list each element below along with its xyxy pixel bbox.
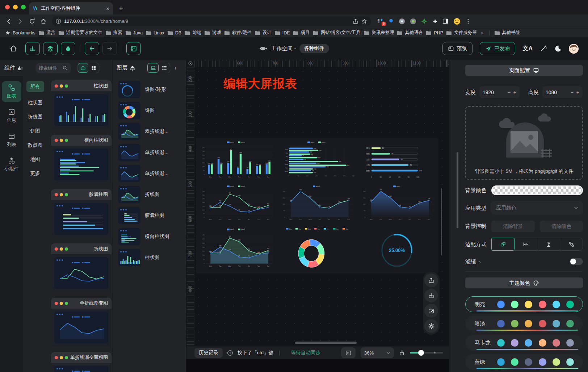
layer-item[interactable]: 双折线渐... [117,122,183,141]
share-icon[interactable] [353,18,358,24]
layer-item[interactable]: 柱状图 [117,248,183,267]
category-饼图[interactable]: 饼图 [30,128,40,134]
dashboard-title-text[interactable]: 编辑大屏报表 [223,76,297,92]
layer-item[interactable]: 折线图 [117,185,183,204]
back-button[interactable] [4,16,14,26]
bookmark-star-icon[interactable] [361,18,367,24]
bookmark-folder[interactable]: 前端 [184,30,201,36]
bookmark-folder[interactable]: 运营 [38,30,55,36]
settings-gear-icon[interactable] [424,319,438,333]
bookmark-folder[interactable]: Java [125,30,143,35]
extension-balloon-icon[interactable] [388,18,394,24]
search-input[interactable] [39,66,61,71]
height-plus-button[interactable]: + [576,89,579,95]
components-toggle-button[interactable] [25,42,40,55]
bookmark-folder[interactable]: 设计 [255,30,272,36]
layer-item[interactable]: 单折线渐... [117,164,183,183]
sidebar-panel-icon[interactable] [442,18,449,24]
bookmark-folder[interactable]: 项目 [293,30,310,36]
height-stepper[interactable]: 1080 −+ [542,86,583,98]
component-card[interactable]: 折线图 [51,243,112,293]
close-window-icon[interactable] [5,5,10,9]
dashboard-chart[interactable]: data1data2050100150200250300350MonTueWed… [196,226,277,273]
config-scrollbar[interactable] [457,152,458,228]
download-button[interactable] [424,289,438,302]
workspace-name-pill[interactable]: 各种组件 [299,44,329,53]
theme-row-马卡龙[interactable]: 马卡龙 [465,335,583,351]
dark-mode-moon-icon[interactable] [554,45,562,52]
magic-wand-icon[interactable] [540,45,547,52]
list-view-button[interactable] [159,63,170,73]
bookmark-folder[interactable]: DB [167,30,181,35]
reload-button[interactable] [27,16,37,26]
category-更多[interactable]: 更多 [30,170,40,177]
category-折线图[interactable]: 折线图 [28,114,43,120]
app-home-icon[interactable] [9,45,17,53]
url-bar[interactable]: 127.0.0.1:3000/#/chart/home/9 [52,16,371,26]
width-plus-button[interactable]: + [513,89,516,95]
component-card[interactable]: 横向柱状图 [51,135,112,184]
dashboard-chart[interactable]: data1050100150200MonTueWedThuFriSatSun12… [277,183,357,226]
bookmark-folder[interactable]: IDE [274,30,290,35]
layer-item[interactable]: 横向柱状图 [117,227,183,246]
minimize-window-icon[interactable] [13,5,18,9]
layer-item[interactable]: 胶囊柱图 [117,206,183,225]
edit-button[interactable] [424,304,438,318]
bookmark-folder[interactable]: 游戏 [204,30,221,36]
dashboard-chart[interactable]: 25.00% [357,226,437,273]
fit-width-button[interactable] [514,238,537,251]
extension-command-icon[interactable]: ⌘ [399,18,405,25]
clear-color-button[interactable]: 清除颜色 [540,221,583,232]
extension-tabs-icon[interactable]: 9 [377,18,383,24]
theme-row-明亮[interactable]: 明亮 [465,296,583,312]
layer-item[interactable]: 饼图 [117,101,183,120]
component-search[interactable] [36,63,71,73]
horizontal-scrollbar[interactable] [295,342,357,344]
layer-item[interactable]: 单折线渐... [117,143,183,162]
detail-toggle-button[interactable] [61,42,75,55]
fit-height-button[interactable] [537,238,560,251]
component-card[interactable]: 胶囊柱图 [51,189,112,238]
site-info-icon[interactable] [56,18,61,24]
sidebar-tab-小组件[interactable]: 小组件 [2,154,21,175]
sidebar-tab-信息[interactable]: A信息 [2,105,21,126]
ruler-origin-icon[interactable] [186,60,194,67]
bookmark-folder[interactable]: 搜索 [105,30,122,36]
zoom-select[interactable]: 36% [361,347,394,358]
height-minus-button[interactable]: − [571,89,574,95]
bookmark-folder[interactable]: 近期需要读的文章 [58,30,102,36]
filter-toggle[interactable] [570,258,583,265]
fit-stretch-button[interactable] [560,238,583,251]
dashboard-preview[interactable]: data1data2050100150200250300350MonTueWed… [196,138,438,273]
dashboard-chart[interactable]: data1data2050100150200250300350Sun130160… [277,139,357,183]
bookmark-folder[interactable]: 其他语言 [397,30,423,36]
category-所有[interactable]: 所有 [26,81,44,92]
preview-button[interactable]: 预览 [442,42,472,55]
bookmark-folder[interactable]: 文件服务器 [446,30,477,36]
theme-row-蓝绿[interactable]: 蓝绿 [465,354,583,370]
extension-recorder-icon[interactable] [410,18,416,25]
dashboard-chart[interactable]: 厦门20南阳40北京60上海80新疆100020406080100 [357,139,437,183]
bookmark-folder[interactable]: Linux [146,30,164,35]
tab-close-icon[interactable]: × [106,5,109,12]
bookmark-folder[interactable]: 资讯未整理 [364,30,394,36]
redo-button[interactable] [102,42,117,55]
grid-view-button[interactable] [88,63,99,73]
category-地图[interactable]: 地图 [30,156,40,163]
undo-button[interactable] [85,42,99,55]
export-button[interactable] [424,273,438,287]
layer-item[interactable]: 饼图-环形 [117,80,183,99]
collapse-panel-icon[interactable]: ‹ [175,65,176,71]
thumbnail-view-button[interactable] [147,63,159,73]
box-view-button[interactable] [78,63,88,73]
translate-icon[interactable]: 文A [522,45,533,53]
dashboard-chart[interactable]: data1data2050100150200250300350MonTueWed… [196,139,277,183]
vertical-scrollbar[interactable] [441,188,442,255]
bg-color-swatch[interactable] [491,185,583,195]
bookmark-folder[interactable]: 软件/硬件 [224,30,251,36]
forward-button[interactable] [15,16,25,26]
editor-canvas[interactable]: 6007008009001000110012001300 20030040050… [186,60,449,372]
category-柱状图[interactable]: 柱状图 [28,100,43,106]
filter-expand-icon[interactable]: › [479,259,481,265]
category-散点图[interactable]: 散点图 [28,142,43,149]
